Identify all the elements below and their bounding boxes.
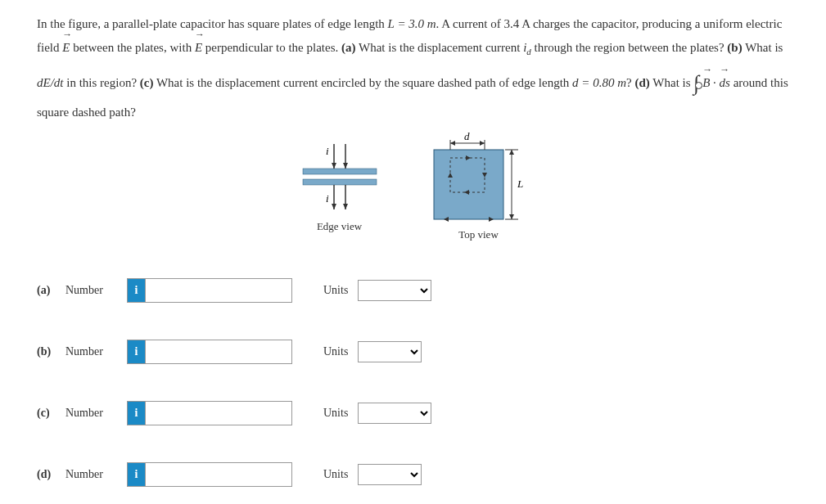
top-view-svg: d L <box>426 132 532 222</box>
units-select-a[interactable] <box>358 280 431 301</box>
problem-statement: In the figure, a parallel-plate capacito… <box>37 12 789 124</box>
number-input-d[interactable] <box>145 462 292 487</box>
number-input-b[interactable] <box>145 340 292 364</box>
edge-view-figure: i i Edge view <box>295 140 385 233</box>
svg-marker-11 <box>343 204 348 209</box>
answer-row-b: (b) Number i Units <box>37 340 789 364</box>
answer-row-a: (a) Number i Units <box>37 278 789 303</box>
number-input-c[interactable] <box>145 401 292 425</box>
svg-marker-9 <box>343 163 348 169</box>
number-label: Number <box>65 345 127 358</box>
svg-marker-17 <box>450 141 455 146</box>
svg-text:L: L <box>517 178 523 190</box>
svg-marker-18 <box>480 141 485 146</box>
units-label: Units <box>323 284 348 297</box>
answer-row-d: (d) Number i Units <box>37 462 789 487</box>
svg-marker-3 <box>332 163 336 169</box>
number-input-a[interactable] <box>145 278 292 303</box>
part-label-b: (b) <box>37 345 65 358</box>
info-icon[interactable]: i <box>127 340 145 364</box>
number-label: Number <box>65 407 127 420</box>
units-select-c[interactable] <box>358 403 431 424</box>
svg-marker-5 <box>332 204 336 209</box>
units-select-d[interactable] <box>358 464 422 485</box>
svg-text:i: i <box>326 145 329 157</box>
number-label: Number <box>65 284 127 297</box>
units-label: Units <box>323 468 348 481</box>
number-label: Number <box>65 468 127 481</box>
svg-marker-23 <box>509 150 514 155</box>
svg-rect-0 <box>303 169 377 174</box>
svg-text:i: i <box>326 192 329 205</box>
part-label-d: (d) <box>37 468 65 481</box>
info-icon[interactable]: i <box>127 278 145 303</box>
info-icon[interactable]: i <box>127 462 145 487</box>
answer-row-c: (c) Number i Units <box>37 401 789 425</box>
units-select-b[interactable] <box>358 341 422 362</box>
svg-marker-24 <box>509 214 514 219</box>
units-label: Units <box>323 407 348 420</box>
top-view-figure: d L Top view <box>426 132 532 241</box>
figure-container: i i Edge view d L <box>37 132 789 241</box>
part-label-c: (c) <box>37 407 65 420</box>
svg-text:d: d <box>464 132 470 142</box>
units-label: Units <box>323 345 348 358</box>
part-label-a: (a) <box>37 284 65 297</box>
svg-rect-12 <box>434 150 503 219</box>
edge-view-svg: i i <box>295 140 385 214</box>
svg-rect-1 <box>303 179 377 185</box>
answers-block: (a) Number i Units (b) Number i Units (c… <box>37 278 789 487</box>
info-icon[interactable]: i <box>127 401 145 425</box>
